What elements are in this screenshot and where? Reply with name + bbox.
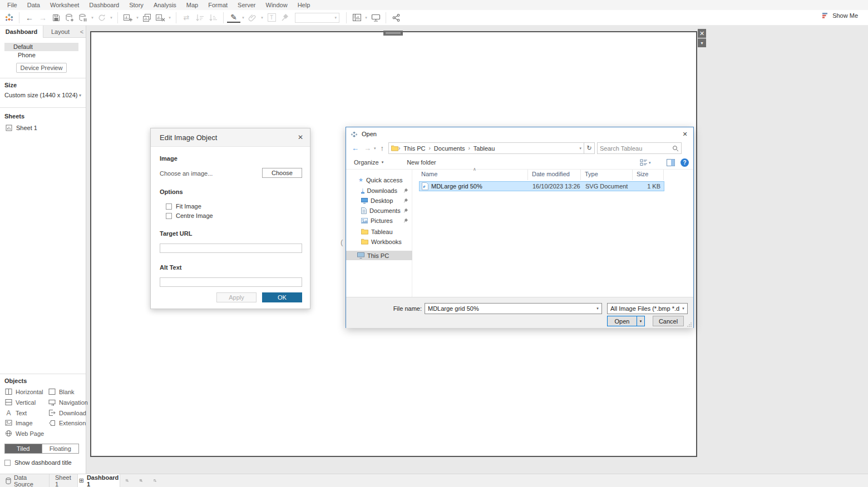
nav-downloads[interactable]: ↓ Downloads: [361, 186, 412, 195]
file-type-combobox[interactable]: All Image Files (*.bmp *.dib *.e ▾: [607, 303, 688, 314]
tiled-button[interactable]: Tiled: [5, 444, 42, 453]
view-mode-caret-icon[interactable]: ▾: [649, 161, 651, 165]
ok-button[interactable]: OK: [262, 292, 302, 302]
device-default-item[interactable]: Default: [4, 43, 78, 51]
object-text[interactable]: A Text: [5, 409, 27, 417]
save-icon[interactable]: [50, 12, 63, 24]
object-download[interactable]: Download: [48, 409, 86, 416]
clear-sheet-caret-icon[interactable]: ▾: [167, 16, 172, 20]
floating-button[interactable]: Floating: [42, 444, 79, 453]
menu-help[interactable]: Help: [293, 2, 315, 8]
file-name-combobox[interactable]: MDLarge grid 50% ▾: [425, 303, 602, 314]
object-menu-caret-icon[interactable]: ▾: [698, 38, 706, 47]
file-name-caret-icon[interactable]: ▾: [594, 306, 601, 311]
nav-desktop[interactable]: Desktop: [361, 196, 412, 205]
open-button[interactable]: Open: [608, 318, 637, 325]
nav-history-caret-icon[interactable]: ▾: [374, 146, 376, 151]
menu-worksheet[interactable]: Worksheet: [45, 2, 84, 8]
address-dropdown-caret-icon[interactable]: ▾: [580, 146, 582, 151]
object-image[interactable]: Image: [5, 419, 33, 426]
show-hide-cards-caret-icon[interactable]: ▾: [363, 16, 369, 20]
open-button-caret-icon[interactable]: ▾: [637, 316, 644, 326]
menu-data[interactable]: Data: [22, 2, 45, 8]
new-dashboard-tab-button[interactable]: [134, 474, 148, 487]
nav-pane-grip[interactable]: (: [341, 238, 343, 246]
menu-story[interactable]: Story: [124, 2, 149, 8]
show-mark-labels-icon[interactable]: T: [265, 12, 278, 24]
tab-data-source[interactable]: Data Source: [0, 474, 50, 487]
menu-format[interactable]: Format: [203, 2, 233, 8]
new-worksheet-tab-button[interactable]: [120, 474, 134, 487]
address-bar[interactable]: › This PC › Documents › Tableau ▾: [388, 142, 584, 154]
tab-dashboard[interactable]: Dashboard: [0, 26, 43, 38]
device-preview-button[interactable]: Device Preview: [16, 63, 67, 73]
edit-dialog-close-icon[interactable]: ✕: [298, 133, 303, 141]
fit-selector[interactable]: ▾: [295, 13, 339, 23]
menu-map[interactable]: Map: [181, 2, 203, 8]
centre-image-checkbox[interactable]: [166, 213, 172, 219]
sort-ascending-icon[interactable]: [193, 12, 206, 24]
highlight-caret-icon[interactable]: ▾: [240, 16, 246, 20]
menu-analysis[interactable]: Analysis: [149, 2, 181, 8]
clear-sheet-icon[interactable]: [154, 12, 167, 24]
group-members-icon[interactable]: [246, 12, 259, 24]
object-navigation[interactable]: Navigation: [48, 399, 88, 406]
menu-dashboard[interactable]: Dashboard: [84, 2, 124, 8]
menu-server[interactable]: Server: [233, 2, 260, 8]
run-update-caret-icon[interactable]: ▾: [108, 16, 114, 20]
fit-image-checkbox[interactable]: [166, 203, 172, 210]
view-mode-icon[interactable]: [640, 159, 648, 166]
show-dashboard-title-checkbox[interactable]: [4, 460, 11, 466]
column-divider[interactable]: [632, 170, 633, 180]
search-input[interactable]: [600, 145, 672, 152]
new-worksheet-caret-icon[interactable]: ▾: [135, 16, 140, 20]
new-folder-button[interactable]: New folder: [407, 159, 436, 166]
column-divider[interactable]: [580, 170, 581, 180]
nav-this-pc[interactable]: This PC: [346, 251, 412, 260]
help-icon[interactable]: ?: [680, 158, 689, 167]
size-dropdown[interactable]: Custom size (1440 x 1024) ▾: [4, 92, 81, 98]
object-blank[interactable]: Blank: [48, 388, 75, 395]
remove-object-icon[interactable]: ✕: [698, 29, 706, 38]
object-web-page[interactable]: Web Page: [5, 430, 44, 437]
object-extension[interactable]: Extension: [48, 419, 86, 426]
run-update-icon[interactable]: [95, 12, 108, 24]
breadcrumb-this-pc[interactable]: This PC: [400, 145, 428, 152]
choose-button[interactable]: Choose: [262, 168, 302, 178]
group-members-caret-icon[interactable]: ▾: [259, 16, 265, 20]
menu-file[interactable]: File: [2, 2, 22, 8]
column-divider[interactable]: [527, 170, 528, 180]
duplicate-sheet-icon[interactable]: [140, 12, 154, 24]
tab-dashboard1[interactable]: ⊞ Dashboard 1: [78, 474, 120, 487]
file-type-caret-icon[interactable]: ▾: [679, 306, 687, 311]
apply-button[interactable]: Apply: [216, 292, 257, 302]
tab-layout[interactable]: Layout: [43, 26, 77, 37]
device-phone-item[interactable]: Phone: [4, 51, 78, 59]
sheet-list-item[interactable]: Sheet 1: [6, 125, 37, 131]
column-header-size[interactable]: Size: [637, 171, 648, 177]
nav-pictures[interactable]: Pictures: [361, 216, 412, 225]
pause-updates-caret-icon[interactable]: ▾: [90, 16, 95, 20]
undo-icon[interactable]: ←: [23, 12, 36, 24]
address-refresh-icon[interactable]: ↻: [584, 142, 595, 154]
preview-pane-icon[interactable]: [667, 159, 675, 166]
object-vertical[interactable]: Vertical: [5, 399, 36, 406]
nav-forward-icon[interactable]: →: [364, 144, 371, 152]
breadcrumb-documents[interactable]: Documents: [431, 145, 468, 152]
show-hide-cards-icon[interactable]: [350, 12, 363, 24]
object-horizontal[interactable]: Horizontal: [5, 388, 43, 395]
column-header-name[interactable]: Name: [421, 171, 437, 177]
fix-axes-icon[interactable]: [278, 12, 292, 24]
nav-up-icon[interactable]: ↑: [381, 144, 384, 152]
breadcrumb-tableau[interactable]: Tableau: [470, 145, 499, 152]
cancel-button[interactable]: Cancel: [653, 316, 684, 326]
show-me-button[interactable]: Show Me: [822, 12, 858, 19]
organize-button[interactable]: Organize: [354, 159, 379, 166]
new-data-source-icon[interactable]: [63, 12, 76, 24]
pause-auto-updates-icon[interactable]: [76, 12, 90, 24]
new-worksheet-icon[interactable]: [121, 12, 135, 24]
tab-sheet1[interactable]: Sheet 1: [50, 474, 78, 487]
nav-back-icon[interactable]: ←: [352, 144, 359, 152]
swap-rows-columns-icon[interactable]: ⇄: [180, 12, 193, 24]
share-workbook-icon[interactable]: [389, 12, 403, 24]
